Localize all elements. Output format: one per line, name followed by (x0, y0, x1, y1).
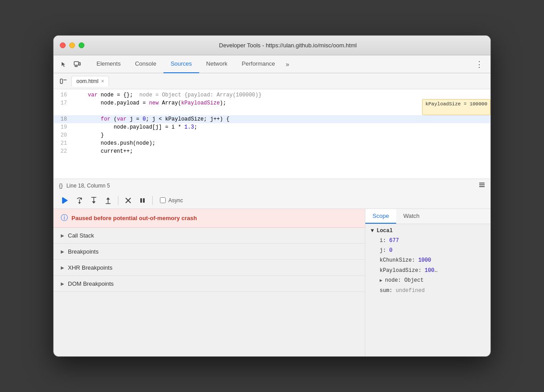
debug-separator-2 (152, 196, 153, 205)
scope-item-node[interactable]: ▶ node: Object (371, 275, 485, 286)
deactivate-breakpoints-button[interactable] (122, 194, 134, 207)
call-stack-label: Call Stack (68, 232, 94, 239)
svg-rect-5 (60, 79, 63, 83)
scope-item-kchunksize[interactable]: kChunkSize: 1000 (371, 255, 485, 265)
scope-tabs: Scope Watch (365, 209, 490, 224)
main-tabs: Elements Console Sources Network Perform… (89, 55, 472, 73)
tab-console[interactable]: Console (128, 55, 163, 73)
oom-warning-text: Paused before potential out-of-memory cr… (71, 215, 197, 221)
svg-marker-14 (78, 202, 81, 204)
close-button[interactable] (60, 42, 66, 48)
traffic-lights (60, 42, 84, 48)
scope-content: ▼ Local i: 677 j: 0 kChunkSize: 1000 (365, 224, 490, 299)
tooltip-kpayloadsize: kPayloadSize = 100000 (422, 99, 490, 115)
debug-separator-1 (118, 196, 118, 205)
tab-performance[interactable]: Performance (234, 55, 282, 73)
scope-item-sum[interactable]: sum: undefined (371, 286, 485, 296)
breakpoints-label: Breakpoints (68, 248, 99, 255)
code-line-18: 18 for (var j = 0; j < kPayloadSize; j++… (54, 115, 490, 123)
bottom-panels: ⓘ Paused before potential out-of-memory … (54, 209, 490, 356)
breakpoints-section[interactable]: ▶ Breakpoints (54, 244, 365, 260)
status-bar: {} Line 18, Column 5 (54, 179, 490, 192)
svg-rect-8 (479, 184, 485, 185)
xhr-arrow: ▶ (61, 265, 64, 270)
scope-group-local: ▼ Local (371, 228, 485, 234)
tab-sources[interactable]: Sources (163, 55, 199, 73)
file-bar: oom.html × (54, 73, 490, 89)
code-lines: 16 var node = {}; node = Object {payload… (54, 89, 490, 157)
scope-item-i[interactable]: i: 677 (371, 236, 485, 246)
svg-rect-0 (74, 62, 79, 65)
file-tab-oom[interactable]: oom.html × (71, 76, 109, 87)
resume-button[interactable] (59, 194, 71, 207)
step-over-button[interactable] (73, 194, 86, 207)
debug-toolbar: Async (54, 192, 490, 209)
async-label: Async (168, 197, 183, 204)
left-debug-panel: ⓘ Paused before potential out-of-memory … (54, 209, 365, 356)
svg-rect-7 (479, 183, 485, 183)
file-tab-name: oom.html (76, 78, 98, 84)
toolbar-icons (59, 59, 82, 69)
more-tabs-button[interactable]: » (282, 55, 293, 73)
minimize-button[interactable] (69, 42, 75, 48)
window-title: Developer Tools - https://ulan.github.io… (92, 42, 484, 49)
dom-arrow: ▶ (61, 281, 64, 286)
file-tab-close-button[interactable]: × (101, 78, 104, 84)
svg-marker-10 (63, 197, 68, 204)
svg-marker-16 (92, 201, 96, 204)
status-dropdown[interactable] (479, 182, 485, 189)
svg-rect-24 (143, 198, 145, 203)
xhr-breakpoints-section[interactable]: ▶ XHR Breakpoints (54, 260, 365, 276)
async-checkbox-wrapper: Async (160, 197, 183, 204)
info-icon: ⓘ (61, 213, 68, 223)
xhr-breakpoints-label: XHR Breakpoints (68, 264, 113, 271)
more-options-button[interactable]: ⋮ (473, 59, 485, 69)
scope-tab-watch[interactable]: Watch (396, 209, 427, 224)
curly-braces-icon: {} (59, 182, 63, 189)
code-line-20: 20 } (54, 131, 490, 139)
step-out-button[interactable] (102, 194, 114, 207)
step-into-button[interactable] (88, 194, 100, 207)
oom-warning-banner: ⓘ Paused before potential out-of-memory … (54, 209, 365, 228)
svg-rect-23 (140, 198, 142, 203)
call-stack-arrow: ▶ (61, 233, 64, 238)
maximize-button[interactable] (79, 42, 84, 48)
breakpoints-arrow: ▶ (61, 249, 64, 254)
call-stack-section[interactable]: ▶ Call Stack (54, 228, 365, 244)
scope-tab-scope[interactable]: Scope (365, 209, 396, 224)
tab-bar: Elements Console Sources Network Perform… (54, 55, 490, 73)
pointer-icon[interactable] (59, 59, 69, 69)
pause-on-exceptions-button[interactable] (136, 194, 149, 207)
async-checkbox[interactable] (160, 197, 166, 203)
right-scope-panel: Scope Watch ▼ Local i: 677 (365, 209, 490, 356)
code-line-21: 21 nodes.push(node); (54, 139, 490, 147)
code-line-19: 19 node.payload[j] = i * 1.3; (54, 123, 490, 131)
code-line-16: 16 var node = {}; node = Object {payload… (54, 91, 490, 99)
tab-elements[interactable]: Elements (89, 55, 128, 73)
tab-network[interactable]: Network (199, 55, 235, 73)
dom-breakpoints-label: DOM Breakpoints (68, 280, 114, 287)
svg-rect-9 (479, 186, 485, 187)
code-editor: 16 var node = {}; node = Object {payload… (54, 89, 490, 179)
scope-item-j[interactable]: j: 0 (371, 246, 485, 255)
svg-rect-1 (79, 63, 80, 65)
panel-toggle-icon[interactable] (59, 77, 68, 86)
scope-item-kpayloadsize[interactable]: kPayloadSize: 100… (371, 265, 485, 275)
svg-rect-11 (62, 197, 63, 204)
code-line-22: 22 current++; (54, 147, 490, 155)
svg-marker-19 (106, 197, 110, 200)
scope-group-arrow: ▼ (371, 228, 374, 234)
dom-breakpoints-section[interactable]: ▶ DOM Breakpoints (54, 276, 365, 292)
title-bar: Developer Tools - https://ulan.github.io… (54, 36, 490, 55)
device-icon[interactable] (72, 59, 82, 69)
code-line-17: 17 node.payload = new Array(kPayloadSize… (54, 99, 490, 115)
devtools-window: Developer Tools - https://ulan.github.io… (53, 35, 491, 357)
status-position: Line 18, Column 5 (67, 183, 110, 189)
